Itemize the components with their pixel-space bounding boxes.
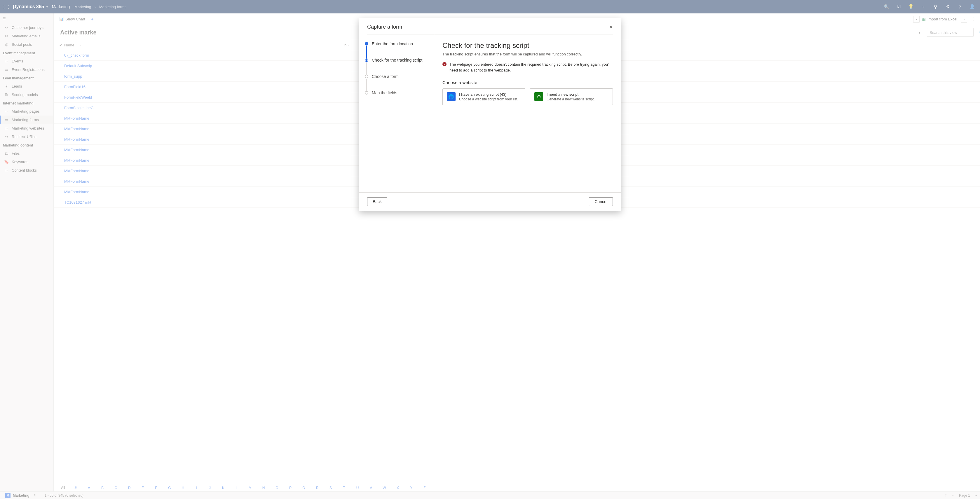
globe-icon: 🌐 — [447, 92, 455, 101]
step-dot — [365, 91, 368, 95]
step-label: Check for the tracking script — [372, 58, 423, 62]
error-icon: ✕ — [442, 62, 447, 66]
error-message: ✕ The webpage you entered doesn't contai… — [442, 62, 613, 73]
wizard-step[interactable]: Check for the tracking script — [365, 58, 428, 74]
new-script-card[interactable]: ⊕ I need a new script Generate a new web… — [530, 88, 613, 105]
plus-circle-icon: ⊕ — [535, 92, 543, 101]
wizard-step[interactable]: Map the fields — [365, 91, 428, 95]
new-script-title: I need a new script — [547, 92, 595, 97]
dialog-title: Capture a form — [367, 24, 402, 30]
new-script-sub: Generate a new website script. — [547, 97, 595, 101]
existing-script-title: I have an existing script (43) — [459, 92, 518, 97]
step-dot — [365, 75, 368, 78]
step-dot — [365, 42, 368, 46]
choose-website-label: Choose a website — [442, 80, 613, 85]
wizard-step[interactable]: Enter the form location — [365, 41, 428, 58]
step-label: Map the fields — [372, 91, 397, 95]
dialog-heading: Check for the tracking script — [442, 41, 613, 49]
cancel-button[interactable]: Cancel — [589, 197, 613, 206]
close-icon[interactable]: ✕ — [609, 25, 613, 29]
error-text: The webpage you entered doesn't contain … — [449, 62, 613, 73]
wizard-step[interactable]: Choose a form — [365, 74, 428, 91]
step-label: Choose a form — [372, 74, 399, 79]
dialog-subtext: The tracking script ensures that the for… — [442, 52, 613, 56]
step-label: Enter the form location — [372, 41, 413, 46]
back-button[interactable]: Back — [367, 197, 387, 206]
existing-script-sub: Choose a website script from your list. — [459, 97, 518, 101]
dialog-content: Check for the tracking script The tracki… — [434, 35, 621, 192]
step-dot — [365, 58, 368, 62]
capture-form-dialog: Capture a form ✕ Enter the form location… — [359, 18, 621, 211]
existing-script-card[interactable]: 🌐 I have an existing script (43) Choose … — [442, 88, 525, 105]
wizard-steps: Enter the form locationCheck for the tra… — [359, 35, 434, 192]
